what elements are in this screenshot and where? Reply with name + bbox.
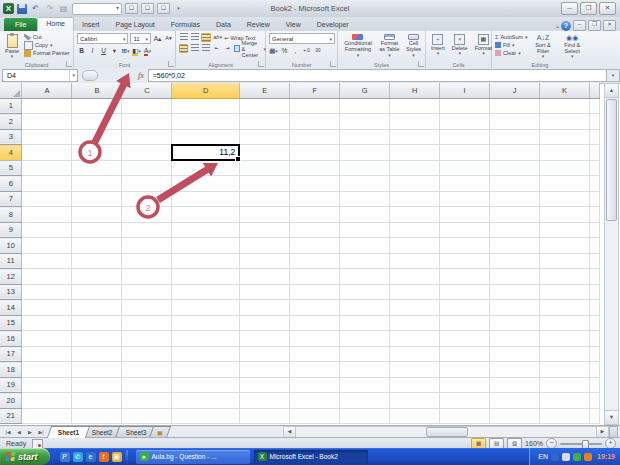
cell-C11[interactable] — [122, 253, 172, 269]
scroll-up-icon[interactable]: ▲ — [605, 84, 618, 98]
ribbon-tab-home[interactable]: Home — [37, 17, 74, 31]
cell-B14[interactable] — [72, 300, 122, 316]
cell-I11[interactable] — [440, 253, 490, 269]
cell-C4[interactable] — [122, 145, 172, 161]
cell-K18[interactable] — [540, 362, 590, 378]
cell-E8[interactable] — [240, 207, 290, 223]
cell-D9[interactable] — [172, 222, 240, 238]
cell-A5[interactable] — [22, 160, 72, 176]
cell-E17[interactable] — [240, 346, 290, 362]
cell-C19[interactable] — [122, 377, 172, 393]
row-header-1[interactable]: 1 — [0, 98, 22, 114]
qat-extra-icon-2[interactable]: ▢ — [141, 3, 154, 14]
cell-C5[interactable] — [122, 160, 172, 176]
column-header-I[interactable]: I — [440, 83, 490, 98]
cell-F5[interactable] — [290, 160, 340, 176]
cell-K4[interactable] — [540, 145, 590, 161]
cell-I4[interactable] — [440, 145, 490, 161]
cell-C14[interactable] — [122, 300, 172, 316]
cell-D17[interactable] — [172, 346, 240, 362]
ribbon-tab-file[interactable]: File — [4, 18, 37, 31]
cell-A6[interactable] — [22, 176, 72, 192]
merge-center-button[interactable]: Merge & Center▾ — [234, 45, 266, 53]
cell-G12[interactable] — [340, 269, 390, 285]
cell-E1[interactable] — [240, 98, 290, 114]
cell-G1[interactable] — [340, 98, 390, 114]
cell-C8[interactable] — [122, 207, 172, 223]
cell-F4[interactable] — [290, 145, 340, 161]
cell-K8[interactable] — [540, 207, 590, 223]
language-indicator[interactable]: EN — [538, 453, 548, 460]
shrink-font-button[interactable]: A▾ — [164, 34, 173, 43]
cell-J2[interactable] — [490, 114, 540, 130]
cell-B19[interactable] — [72, 377, 122, 393]
cell-C18[interactable] — [122, 362, 172, 378]
cell-K3[interactable] — [540, 129, 590, 145]
find-select-button[interactable]: ◉◉ Find & Select▾ — [558, 33, 586, 59]
cell-F2[interactable] — [290, 114, 340, 130]
cell-E6[interactable] — [240, 176, 290, 192]
cell-G8[interactable] — [340, 207, 390, 223]
cell-J21[interactable] — [490, 408, 540, 424]
cell-K21[interactable] — [540, 408, 590, 424]
cell-K17[interactable] — [540, 346, 590, 362]
cell-J13[interactable] — [490, 284, 540, 300]
cell-C1[interactable] — [122, 98, 172, 114]
cell-I19[interactable] — [440, 377, 490, 393]
cell-H11[interactable] — [390, 253, 440, 269]
column-header-B[interactable]: B — [72, 83, 122, 98]
cell-J17[interactable] — [490, 346, 540, 362]
underline-dropdown[interactable]: ▾ — [110, 46, 119, 55]
cell-J8[interactable] — [490, 207, 540, 223]
row-header-21[interactable]: 21 — [0, 408, 22, 424]
cell-K7[interactable] — [540, 191, 590, 207]
cell-A2[interactable] — [22, 114, 72, 130]
cell-K12[interactable] — [540, 269, 590, 285]
cell-C16[interactable] — [122, 331, 172, 347]
cell-C3[interactable] — [122, 129, 172, 145]
cell-E14[interactable] — [240, 300, 290, 316]
cell-B17[interactable] — [72, 346, 122, 362]
cell-H8[interactable] — [390, 207, 440, 223]
row-header-8[interactable]: 8 — [0, 207, 22, 223]
cell-K14[interactable] — [540, 300, 590, 316]
cell-B21[interactable] — [72, 408, 122, 424]
cell-I21[interactable] — [440, 408, 490, 424]
firefox-icon[interactable]: f — [99, 452, 109, 462]
cell-F11[interactable] — [290, 253, 340, 269]
cell-D12[interactable] — [172, 269, 240, 285]
cell-J19[interactable] — [490, 377, 540, 393]
alignment-dialog-launcher[interactable] — [258, 61, 264, 67]
cell-C13[interactable] — [122, 284, 172, 300]
cell-I8[interactable] — [440, 207, 490, 223]
cell-D18[interactable] — [172, 362, 240, 378]
cell-K19[interactable] — [540, 377, 590, 393]
cell-K9[interactable] — [540, 222, 590, 238]
select-all-corner[interactable] — [0, 83, 22, 98]
cell-D5[interactable] — [172, 160, 240, 176]
cell-I5[interactable] — [440, 160, 490, 176]
cell-D2[interactable] — [172, 114, 240, 130]
cell-B20[interactable] — [72, 393, 122, 409]
cell-E10[interactable] — [240, 238, 290, 254]
row-header-20[interactable]: 20 — [0, 393, 22, 409]
cell-B10[interactable] — [72, 238, 122, 254]
name-box-dropdown[interactable]: ▾ — [69, 70, 77, 81]
cell-J15[interactable] — [490, 315, 540, 331]
cell-E12[interactable] — [240, 269, 290, 285]
column-header-C[interactable]: C — [122, 83, 172, 98]
update-icon[interactable] — [584, 453, 592, 461]
cell-A16[interactable] — [22, 331, 72, 347]
name-box[interactable]: D4 ▾ — [2, 69, 78, 82]
font-color-button[interactable]: A▾ — [143, 46, 152, 55]
row-header-3[interactable]: 3 — [0, 129, 22, 145]
cell-K2[interactable] — [540, 114, 590, 130]
cell-G19[interactable] — [340, 377, 390, 393]
cell-D11[interactable] — [172, 253, 240, 269]
cell-H7[interactable] — [390, 191, 440, 207]
align-left-button[interactable] — [179, 44, 188, 53]
cell-B3[interactable] — [72, 129, 122, 145]
cell-I9[interactable] — [440, 222, 490, 238]
font-size-combo[interactable]: 11▾ — [130, 33, 151, 44]
cell-D13[interactable] — [172, 284, 240, 300]
